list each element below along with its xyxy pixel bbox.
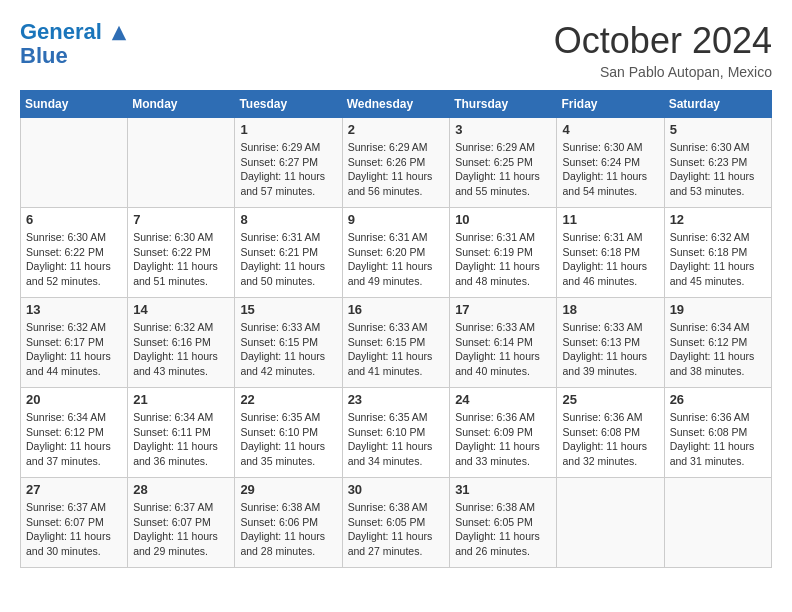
day-number: 5 [670, 122, 766, 137]
calendar-cell: 2Sunrise: 6:29 AMSunset: 6:26 PMDaylight… [342, 118, 450, 208]
logo: General Blue [20, 20, 128, 68]
calendar-cell: 19Sunrise: 6:34 AMSunset: 6:12 PMDayligh… [664, 298, 771, 388]
day-info: Sunrise: 6:35 AMSunset: 6:10 PMDaylight:… [240, 410, 336, 469]
calendar-cell: 13Sunrise: 6:32 AMSunset: 6:17 PMDayligh… [21, 298, 128, 388]
calendar-cell: 9Sunrise: 6:31 AMSunset: 6:20 PMDaylight… [342, 208, 450, 298]
day-number: 9 [348, 212, 445, 227]
page-header: General Blue October 2024 San Pablo Auto… [20, 20, 772, 80]
calendar-cell: 14Sunrise: 6:32 AMSunset: 6:16 PMDayligh… [128, 298, 235, 388]
weekday-header-tuesday: Tuesday [235, 91, 342, 118]
day-number: 27 [26, 482, 122, 497]
day-info: Sunrise: 6:35 AMSunset: 6:10 PMDaylight:… [348, 410, 445, 469]
day-info: Sunrise: 6:31 AMSunset: 6:18 PMDaylight:… [562, 230, 658, 289]
day-number: 1 [240, 122, 336, 137]
day-number: 3 [455, 122, 551, 137]
calendar-cell: 5Sunrise: 6:30 AMSunset: 6:23 PMDaylight… [664, 118, 771, 208]
location: San Pablo Autopan, Mexico [554, 64, 772, 80]
day-info: Sunrise: 6:37 AMSunset: 6:07 PMDaylight:… [26, 500, 122, 559]
day-number: 15 [240, 302, 336, 317]
day-number: 29 [240, 482, 336, 497]
calendar-week-row: 13Sunrise: 6:32 AMSunset: 6:17 PMDayligh… [21, 298, 772, 388]
day-number: 2 [348, 122, 445, 137]
day-info: Sunrise: 6:31 AMSunset: 6:21 PMDaylight:… [240, 230, 336, 289]
day-number: 13 [26, 302, 122, 317]
day-number: 19 [670, 302, 766, 317]
day-number: 17 [455, 302, 551, 317]
weekday-header-sunday: Sunday [21, 91, 128, 118]
calendar-week-row: 6Sunrise: 6:30 AMSunset: 6:22 PMDaylight… [21, 208, 772, 298]
weekday-header-monday: Monday [128, 91, 235, 118]
calendar-cell [557, 478, 664, 568]
day-info: Sunrise: 6:37 AMSunset: 6:07 PMDaylight:… [133, 500, 229, 559]
day-number: 24 [455, 392, 551, 407]
calendar-cell: 21Sunrise: 6:34 AMSunset: 6:11 PMDayligh… [128, 388, 235, 478]
day-info: Sunrise: 6:32 AMSunset: 6:18 PMDaylight:… [670, 230, 766, 289]
calendar-cell: 28Sunrise: 6:37 AMSunset: 6:07 PMDayligh… [128, 478, 235, 568]
day-number: 4 [562, 122, 658, 137]
calendar-cell: 10Sunrise: 6:31 AMSunset: 6:19 PMDayligh… [450, 208, 557, 298]
calendar-table: SundayMondayTuesdayWednesdayThursdayFrid… [20, 90, 772, 568]
calendar-cell: 30Sunrise: 6:38 AMSunset: 6:05 PMDayligh… [342, 478, 450, 568]
calendar-cell: 18Sunrise: 6:33 AMSunset: 6:13 PMDayligh… [557, 298, 664, 388]
day-info: Sunrise: 6:38 AMSunset: 6:05 PMDaylight:… [455, 500, 551, 559]
day-info: Sunrise: 6:29 AMSunset: 6:26 PMDaylight:… [348, 140, 445, 199]
calendar-cell: 23Sunrise: 6:35 AMSunset: 6:10 PMDayligh… [342, 388, 450, 478]
calendar-cell: 24Sunrise: 6:36 AMSunset: 6:09 PMDayligh… [450, 388, 557, 478]
month-title: October 2024 [554, 20, 772, 62]
weekday-header-row: SundayMondayTuesdayWednesdayThursdayFrid… [21, 91, 772, 118]
day-info: Sunrise: 6:30 AMSunset: 6:22 PMDaylight:… [26, 230, 122, 289]
day-info: Sunrise: 6:31 AMSunset: 6:19 PMDaylight:… [455, 230, 551, 289]
day-number: 7 [133, 212, 229, 227]
day-info: Sunrise: 6:30 AMSunset: 6:24 PMDaylight:… [562, 140, 658, 199]
calendar-cell: 29Sunrise: 6:38 AMSunset: 6:06 PMDayligh… [235, 478, 342, 568]
day-info: Sunrise: 6:34 AMSunset: 6:12 PMDaylight:… [670, 320, 766, 379]
calendar-cell: 3Sunrise: 6:29 AMSunset: 6:25 PMDaylight… [450, 118, 557, 208]
day-info: Sunrise: 6:38 AMSunset: 6:05 PMDaylight:… [348, 500, 445, 559]
calendar-cell: 1Sunrise: 6:29 AMSunset: 6:27 PMDaylight… [235, 118, 342, 208]
weekday-header-wednesday: Wednesday [342, 91, 450, 118]
day-number: 28 [133, 482, 229, 497]
day-number: 12 [670, 212, 766, 227]
calendar-cell: 12Sunrise: 6:32 AMSunset: 6:18 PMDayligh… [664, 208, 771, 298]
day-number: 23 [348, 392, 445, 407]
weekday-header-saturday: Saturday [664, 91, 771, 118]
calendar-cell [128, 118, 235, 208]
calendar-cell: 7Sunrise: 6:30 AMSunset: 6:22 PMDaylight… [128, 208, 235, 298]
calendar-cell [664, 478, 771, 568]
calendar-week-row: 20Sunrise: 6:34 AMSunset: 6:12 PMDayligh… [21, 388, 772, 478]
day-info: Sunrise: 6:34 AMSunset: 6:12 PMDaylight:… [26, 410, 122, 469]
day-number: 26 [670, 392, 766, 407]
logo-text-blue: Blue [20, 44, 128, 68]
calendar-cell: 8Sunrise: 6:31 AMSunset: 6:21 PMDaylight… [235, 208, 342, 298]
day-number: 18 [562, 302, 658, 317]
calendar-cell: 26Sunrise: 6:36 AMSunset: 6:08 PMDayligh… [664, 388, 771, 478]
day-info: Sunrise: 6:33 AMSunset: 6:15 PMDaylight:… [348, 320, 445, 379]
day-info: Sunrise: 6:29 AMSunset: 6:25 PMDaylight:… [455, 140, 551, 199]
day-info: Sunrise: 6:32 AMSunset: 6:16 PMDaylight:… [133, 320, 229, 379]
calendar-cell [21, 118, 128, 208]
title-section: October 2024 San Pablo Autopan, Mexico [554, 20, 772, 80]
day-number: 25 [562, 392, 658, 407]
day-number: 20 [26, 392, 122, 407]
weekday-header-thursday: Thursday [450, 91, 557, 118]
calendar-cell: 20Sunrise: 6:34 AMSunset: 6:12 PMDayligh… [21, 388, 128, 478]
calendar-week-row: 1Sunrise: 6:29 AMSunset: 6:27 PMDaylight… [21, 118, 772, 208]
day-info: Sunrise: 6:36 AMSunset: 6:08 PMDaylight:… [562, 410, 658, 469]
day-info: Sunrise: 6:30 AMSunset: 6:22 PMDaylight:… [133, 230, 229, 289]
calendar-cell: 31Sunrise: 6:38 AMSunset: 6:05 PMDayligh… [450, 478, 557, 568]
day-info: Sunrise: 6:36 AMSunset: 6:08 PMDaylight:… [670, 410, 766, 469]
svg-marker-0 [112, 26, 126, 40]
day-info: Sunrise: 6:36 AMSunset: 6:09 PMDaylight:… [455, 410, 551, 469]
calendar-week-row: 27Sunrise: 6:37 AMSunset: 6:07 PMDayligh… [21, 478, 772, 568]
day-number: 22 [240, 392, 336, 407]
day-number: 11 [562, 212, 658, 227]
day-info: Sunrise: 6:31 AMSunset: 6:20 PMDaylight:… [348, 230, 445, 289]
day-info: Sunrise: 6:32 AMSunset: 6:17 PMDaylight:… [26, 320, 122, 379]
calendar-cell: 11Sunrise: 6:31 AMSunset: 6:18 PMDayligh… [557, 208, 664, 298]
day-info: Sunrise: 6:38 AMSunset: 6:06 PMDaylight:… [240, 500, 336, 559]
logo-text: General [20, 20, 128, 44]
day-info: Sunrise: 6:33 AMSunset: 6:14 PMDaylight:… [455, 320, 551, 379]
day-number: 31 [455, 482, 551, 497]
day-number: 8 [240, 212, 336, 227]
day-info: Sunrise: 6:29 AMSunset: 6:27 PMDaylight:… [240, 140, 336, 199]
